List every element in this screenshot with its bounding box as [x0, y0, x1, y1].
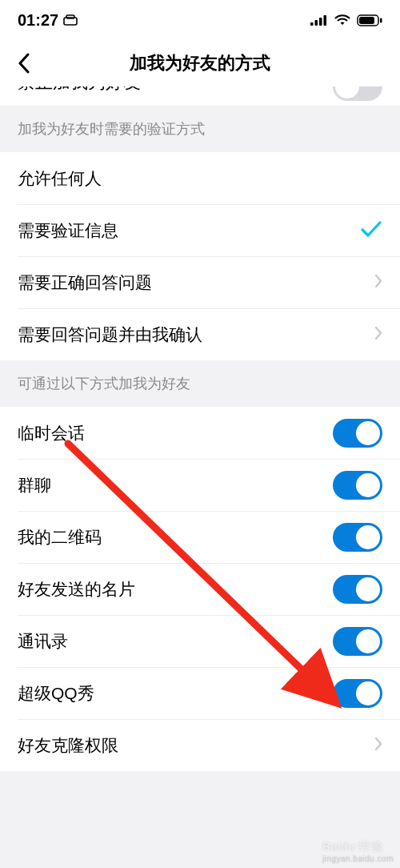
section-verification: 允许任何人 需要验证信息 需要正确回答问题 需要回答问题并由我确认	[0, 152, 400, 360]
cutoff-row[interactable]: 禁止加我为好友	[0, 86, 400, 106]
method-qrcode: 我的二维码	[0, 511, 400, 563]
svg-rect-8	[380, 18, 382, 22]
row-label: 允许任何人	[18, 167, 102, 190]
row-label: 需要验证信息	[18, 219, 118, 242]
row-label: 好友发送的名片	[18, 578, 135, 601]
status-time: 01:27	[18, 11, 58, 30]
row-label: 超级QQ秀	[18, 682, 94, 705]
chevron-right-icon	[374, 737, 382, 754]
toggle-contacts[interactable]	[333, 627, 382, 656]
content: 禁止加我为好友 加我为好友时需要的验证方式 允许任何人 需要验证信息 需要正确回…	[0, 86, 400, 868]
battery-icon	[357, 14, 382, 26]
method-group-chat: 群聊	[0, 459, 400, 511]
row-label: 群聊	[18, 474, 51, 496]
section-header-verification: 加我为好友时需要的验证方式	[0, 106, 400, 152]
cutoff-toggle[interactable]	[333, 86, 382, 101]
row-label: 需要正确回答问题	[18, 271, 152, 294]
signal-icon	[310, 14, 328, 26]
alarm-icon	[63, 14, 78, 26]
status-right	[310, 14, 382, 26]
method-contacts: 通讯录	[0, 615, 400, 667]
svg-rect-3	[315, 20, 318, 26]
method-name-card: 好友发送的名片	[0, 563, 400, 615]
method-temp-session: 临时会话	[0, 407, 400, 459]
nav-header: 加我为好友的方式	[0, 40, 400, 86]
method-super-qq-show: 超级QQ秀	[0, 667, 400, 719]
svg-rect-5	[324, 15, 327, 26]
option-need-verify[interactable]: 需要验证信息	[0, 204, 400, 256]
row-label: 通讯录	[18, 630, 68, 653]
toggle-qrcode[interactable]	[333, 523, 382, 552]
option-answer-question[interactable]: 需要正确回答问题	[0, 256, 400, 308]
toggle-name-card[interactable]	[333, 575, 382, 604]
checkmark-icon	[360, 220, 382, 241]
svg-rect-7	[359, 17, 374, 24]
row-label: 临时会话	[18, 422, 85, 444]
option-answer-confirm[interactable]: 需要回答问题并由我确认	[0, 308, 400, 360]
svg-rect-4	[319, 18, 322, 26]
option-allow-anyone[interactable]: 允许任何人	[0, 152, 400, 204]
section-header-methods: 可通过以下方式加我为好友	[0, 360, 400, 407]
row-label: 需要回答问题并由我确认	[18, 323, 202, 346]
row-label: 好友克隆权限	[18, 734, 118, 757]
row-label: 我的二维码	[18, 526, 102, 549]
page-title: 加我为好友的方式	[130, 51, 270, 75]
status-left: 01:27	[18, 11, 78, 30]
toggle-group-chat[interactable]	[333, 471, 382, 500]
svg-rect-2	[310, 22, 314, 26]
back-button[interactable]	[8, 40, 40, 86]
svg-rect-1	[66, 15, 74, 18]
friend-clone-permission[interactable]: 好友克隆权限	[0, 719, 400, 771]
section-methods: 临时会话 群聊 我的二维码 好友发送的名片 通讯录 超级QQ秀 好友克隆权限	[0, 407, 400, 771]
toggle-super-qq-show[interactable]	[333, 679, 382, 708]
cutoff-row-label: 禁止加我为好友	[18, 86, 141, 94]
chevron-right-icon	[374, 326, 382, 344]
status-bar: 01:27	[0, 0, 400, 40]
wifi-icon	[334, 14, 350, 26]
toggle-temp-session[interactable]	[333, 419, 382, 448]
chevron-right-icon	[374, 274, 382, 291]
